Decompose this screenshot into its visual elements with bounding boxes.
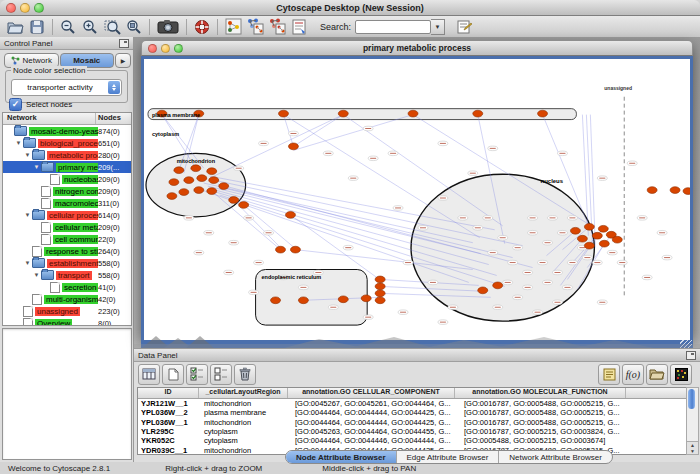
zoom-fit-button[interactable] [101, 18, 123, 36]
delete-attribute-button[interactable] [234, 364, 256, 385]
network-node[interactable] [338, 296, 348, 303]
network-node[interactable] [174, 167, 184, 174]
tree-expand-arrow[interactable]: ▼ [23, 260, 32, 266]
expand-network-blue-button[interactable] [244, 18, 266, 36]
network-tree-row[interactable]: multi-organism pro42(0) [3, 293, 131, 305]
network-tree-row[interactable]: nitrogen compo209(0) [3, 185, 131, 197]
network-node[interactable] [184, 177, 194, 184]
matrix-view-button[interactable] [670, 364, 692, 385]
network-node[interactable] [229, 197, 239, 204]
network-node[interactable] [592, 232, 602, 239]
network-tree-row[interactable]: macromolecule311(0) [3, 197, 131, 209]
select-nodes-checkbox[interactable]: ✓ [9, 98, 22, 111]
network-node[interactable] [375, 297, 385, 304]
scrollbar-thumb[interactable] [688, 389, 695, 409]
network-node[interactable] [647, 187, 657, 194]
network-node[interactable] [538, 110, 548, 117]
network-node[interactable] [191, 165, 201, 172]
network-node[interactable] [197, 175, 207, 182]
attribute-table-row[interactable]: YLR295Ccytoplasm[GO:0045263, GO:0044464,… [138, 427, 687, 436]
network-node[interactable] [375, 276, 385, 283]
bottom-tab-edge[interactable]: Edge Attribute Browser [397, 451, 500, 463]
app-titlebar[interactable]: Cytoscape Desktop (New Session) [0, 0, 700, 16]
function-builder-button[interactable]: f(o) [622, 364, 644, 385]
network-node[interactable] [584, 223, 594, 230]
tree-expand-arrow[interactable]: ▼ [32, 272, 41, 278]
network-tree-row[interactable]: cell communicat22(0) [3, 233, 131, 245]
network-tree-row[interactable]: response to stimulu264(0) [3, 245, 131, 257]
network-tree-row[interactable]: ▼metabolic process280(0) [3, 149, 131, 161]
label-editor-button[interactable] [598, 364, 620, 385]
network-node[interactable] [239, 202, 249, 209]
network-node[interactable] [598, 225, 608, 232]
network-node[interactable] [219, 183, 229, 190]
network-tree-row[interactable]: ▼biological_process651(0) [3, 137, 131, 149]
network-diagram-button[interactable] [222, 18, 244, 36]
network-node[interactable] [179, 189, 189, 196]
import-attributes-button[interactable] [646, 364, 668, 385]
network-tree-row[interactable]: ▼cellular process614(0) [3, 209, 131, 221]
network-node[interactable] [271, 297, 281, 304]
network-tree-row[interactable]: unassigned223(0) [3, 305, 131, 317]
zoom-out-button[interactable] [57, 18, 79, 36]
node-color-dropdown[interactable]: transporter activity [11, 79, 122, 96]
network-tree-row[interactable]: nucleobase-209(0) [3, 173, 131, 185]
tree-column-nodes[interactable]: Nodes [96, 113, 131, 124]
annotation-notes-button[interactable] [288, 18, 310, 36]
network-canvas[interactable]: plasma membrane cytoplasm mitochondrion … [144, 59, 690, 340]
network-tree-row[interactable]: ▼transport558(0) [3, 269, 131, 281]
network-node[interactable] [584, 242, 594, 249]
network-node[interactable] [408, 110, 418, 117]
network-node[interactable] [599, 240, 609, 247]
session-note-button[interactable] [453, 18, 475, 36]
attribute-table-button[interactable] [138, 364, 160, 385]
network-node[interactable] [169, 179, 179, 186]
snapshot-button[interactable] [154, 18, 182, 36]
column-header-id[interactable]: ID [138, 388, 199, 398]
network-node[interactable] [167, 193, 177, 200]
network-node[interactable] [375, 283, 385, 290]
network-tree-row[interactable]: Overview8(0) [3, 317, 131, 326]
column-header-layout-region[interactable]: _cellularLayoutRegion [199, 388, 288, 398]
network-tree-row[interactable]: secretion41(0) [3, 281, 131, 293]
network-node[interactable] [276, 246, 286, 253]
network-window[interactable]: primary metabolic process plasma membran… [141, 40, 693, 336]
select-attributes-button[interactable] [186, 364, 208, 385]
column-header-molecular-function[interactable]: annotation.GO MOLECULAR_FUNCTION [455, 388, 626, 398]
open-session-button[interactable] [4, 18, 26, 36]
tree-column-network[interactable]: Network [3, 113, 96, 124]
network-node[interactable] [209, 177, 219, 184]
network-window-titlebar[interactable]: primary metabolic process [141, 40, 693, 56]
tree-expand-arrow[interactable]: ▼ [23, 152, 32, 158]
scrollbar-arrows[interactable]: ▲▼ [687, 441, 698, 454]
network-tree-row[interactable]: cellular metabo209(0) [3, 221, 131, 233]
network-node[interactable] [577, 235, 587, 242]
search-input[interactable] [355, 20, 431, 34]
float-panel-icon[interactable] [119, 39, 129, 48]
network-node[interactable] [194, 187, 204, 194]
tree-expand-arrow[interactable]: ▼ [14, 140, 23, 146]
attribute-table-row[interactable]: YJR121W__1mitochondrion[GO:0045267, GO:0… [138, 399, 687, 408]
network-tree-row[interactable]: ▼establishment of lo558(0) [3, 257, 131, 269]
tree-expand-arrow[interactable]: ▼ [23, 212, 32, 218]
bottom-tab-node[interactable]: Node Attribute Browser [286, 451, 397, 463]
network-node[interactable] [207, 168, 217, 175]
network-node[interactable] [570, 227, 580, 234]
save-session-button[interactable] [26, 18, 48, 36]
network-node[interactable] [298, 297, 308, 304]
unselect-attributes-button[interactable] [210, 364, 232, 385]
attribute-table-row[interactable]: YKR052Ccytoplasm[GO:0044464, GO:0044446,… [138, 436, 687, 445]
float-panel-icon[interactable] [686, 351, 696, 360]
network-node[interactable] [683, 188, 690, 195]
table-vertical-scrollbar[interactable]: ▲▼ [686, 387, 699, 455]
attribute-table-row[interactable]: YPL036W__2plasma membrane[GO:0044464, GO… [138, 408, 687, 417]
expand-network-red-button[interactable] [266, 18, 288, 36]
network-node[interactable] [493, 282, 503, 289]
network-node[interactable] [279, 110, 289, 117]
network-node[interactable] [361, 295, 371, 302]
help-button[interactable] [191, 18, 213, 36]
network-node[interactable] [285, 212, 295, 219]
column-header-cellular-component[interactable]: annotation.GO CELLULAR_COMPONENT [288, 388, 455, 398]
network-node[interactable] [478, 287, 488, 294]
attribute-table-row[interactable]: YPL036W__1mitochondrion[GO:0044464, GO:0… [138, 418, 687, 427]
